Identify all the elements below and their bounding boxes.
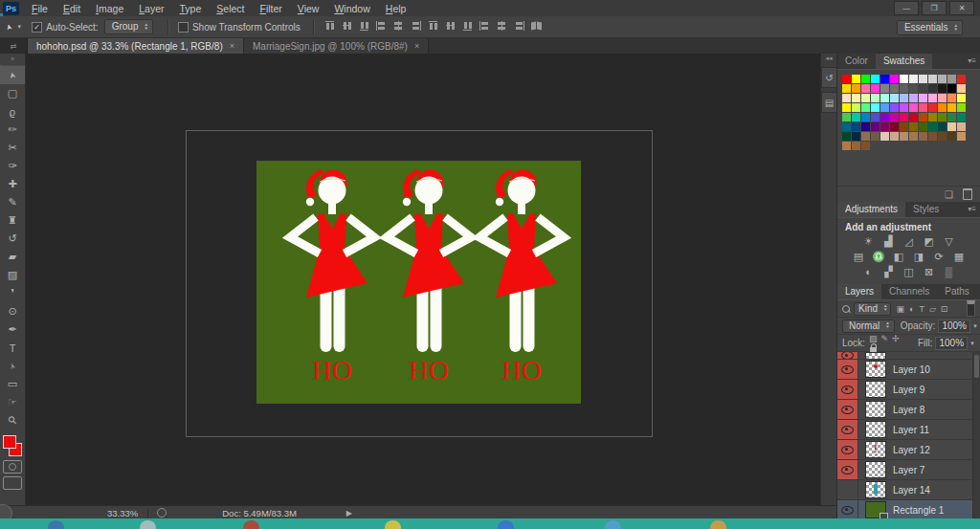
color-swatch[interactable] (947, 94, 956, 102)
menu-select[interactable]: Select (209, 1, 252, 15)
taskbar-icon[interactable] (140, 520, 156, 529)
color-swatch[interactable] (890, 75, 899, 83)
color-swatch[interactable] (909, 84, 918, 93)
color-swatch[interactable] (957, 113, 966, 121)
color-swatch[interactable] (938, 113, 947, 121)
color-swatch[interactable] (852, 142, 860, 150)
color-swatch[interactable] (938, 103, 947, 112)
history-brush-tool[interactable]: ↺ (0, 230, 25, 248)
color-swatch[interactable] (880, 84, 889, 93)
rectangular-marquee-tool[interactable]: ▢ (0, 84, 25, 102)
color-swatch[interactable] (947, 132, 956, 141)
distribute-left-edges-icon[interactable] (479, 20, 491, 32)
document-tab-2[interactable]: MarriageSign.jpg @ 100% (RGB/8#)× (244, 38, 429, 54)
spot-healing-brush-tool[interactable]: ✚ (0, 175, 25, 193)
visibility-toggle[interactable] (837, 500, 858, 519)
color-swatch[interactable] (900, 84, 908, 93)
distribute-bottom-edges-icon[interactable] (461, 20, 474, 32)
color-swatch[interactable] (852, 122, 860, 131)
workspace-switcher[interactable]: Essentials ▲▼ (897, 20, 963, 35)
align-vertical-centers-icon[interactable] (341, 20, 353, 32)
menu-layer[interactable]: Layer (131, 1, 171, 15)
color-swatch[interactable] (852, 132, 860, 141)
filter-type-layers-icon[interactable]: T (919, 304, 924, 314)
fill-dropdown-icon[interactable]: ▼ (969, 341, 975, 346)
color-swatch[interactable] (852, 113, 860, 121)
color-swatch[interactable] (957, 132, 966, 141)
gradient-map-icon[interactable]: ▒ (941, 265, 957, 278)
align-left-edges-icon[interactable] (375, 20, 388, 32)
expand-dock-icon[interactable]: ◂◂ (821, 54, 836, 63)
layer-row-layer-9[interactable]: Layer 9 (837, 380, 980, 400)
rectangle-tool[interactable]: ▭ (0, 375, 25, 393)
tab-color[interactable]: Color (837, 54, 876, 69)
type-tool[interactable]: T (0, 339, 25, 357)
menu-filter[interactable]: Filter (253, 1, 290, 15)
color-swatch[interactable] (900, 113, 908, 121)
visibility-toggle[interactable] (837, 400, 858, 419)
color-swatch[interactable] (842, 94, 851, 102)
new-swatch-icon[interactable]: ❏ (945, 189, 953, 200)
color-swatch[interactable] (928, 132, 937, 141)
color-swatch[interactable] (909, 132, 918, 141)
layer-thumbnail[interactable] (865, 421, 886, 438)
channel-mixer-icon[interactable]: ⟳ (931, 250, 947, 263)
vibrance-icon[interactable]: ▽ (941, 234, 957, 248)
color-swatch[interactable] (909, 94, 918, 102)
menu-window[interactable]: Window (326, 1, 377, 15)
color-swatch[interactable] (928, 75, 937, 83)
layer-thumbnail[interactable] (865, 361, 886, 378)
color-swatch[interactable] (880, 103, 889, 112)
levels-icon[interactable]: ▟ (880, 234, 897, 248)
lock-pixels-icon[interactable]: ✎ (880, 334, 888, 343)
lock-all-icon[interactable] (870, 347, 877, 352)
screen-mode-button[interactable] (3, 476, 22, 490)
color-swatch[interactable] (871, 94, 880, 102)
menu-view[interactable]: View (290, 1, 327, 15)
color-swatch[interactable] (919, 94, 927, 102)
color-swatch[interactable] (957, 122, 966, 131)
tab-close-icon[interactable]: × (230, 41, 234, 51)
color-balance-icon[interactable]: ♎ (871, 250, 887, 263)
distribute-vertical-centers-icon[interactable] (444, 20, 457, 32)
exposure-icon[interactable]: ◩ (921, 234, 937, 248)
color-swatch[interactable] (957, 103, 966, 112)
dodge-tool[interactable]: ⊙ (0, 302, 25, 320)
brightness-contrast-icon[interactable]: ☀ (860, 234, 877, 248)
photo-filter-icon[interactable]: ◨ (911, 250, 927, 263)
color-swatch[interactable] (871, 75, 880, 83)
color-swatch[interactable] (852, 75, 860, 83)
layer-thumbnail[interactable] (865, 381, 886, 398)
menu-type[interactable]: Type (172, 1, 210, 15)
color-swatch[interactable] (938, 132, 947, 141)
taskbar-icon[interactable] (498, 520, 514, 529)
color-swatch[interactable] (938, 84, 947, 93)
color-swatch[interactable] (861, 142, 870, 150)
lock-position-icon[interactable]: ✢ (892, 334, 900, 343)
foreground-color-swatch[interactable] (3, 435, 16, 449)
layers-scrollbar[interactable]: ▼ (972, 352, 980, 529)
color-swatch[interactable] (861, 75, 870, 83)
tab-close-icon[interactable]: × (414, 41, 419, 51)
restore-button[interactable]: ❐ (922, 1, 947, 15)
color-swatch[interactable] (900, 132, 908, 141)
eraser-tool[interactable]: ▰ (0, 248, 25, 266)
tab-dock-icon[interactable]: ⇄ (0, 38, 28, 54)
color-swatch[interactable] (861, 103, 870, 112)
visibility-toggle[interactable] (837, 440, 858, 459)
color-swatch[interactable] (909, 113, 918, 121)
color-swatch[interactable] (890, 132, 899, 141)
zoom-level-field[interactable]: 33.33% (107, 508, 148, 518)
color-swatch[interactable] (861, 94, 870, 102)
color-swatch[interactable] (919, 84, 927, 93)
color-swatch[interactable] (871, 103, 880, 112)
curves-icon[interactable]: ◿ (901, 234, 917, 248)
visibility-toggle[interactable] (837, 360, 858, 379)
visibility-toggle[interactable] (837, 380, 858, 399)
color-swatch[interactable] (842, 122, 851, 131)
layer-thumbnail[interactable]: ! (865, 441, 886, 458)
quick-mask-button[interactable] (3, 460, 22, 474)
status-expand-icon[interactable]: ▶ (346, 509, 352, 518)
tab-adjustments[interactable]: Adjustments (837, 202, 905, 217)
taskbar-icon[interactable] (243, 520, 259, 529)
